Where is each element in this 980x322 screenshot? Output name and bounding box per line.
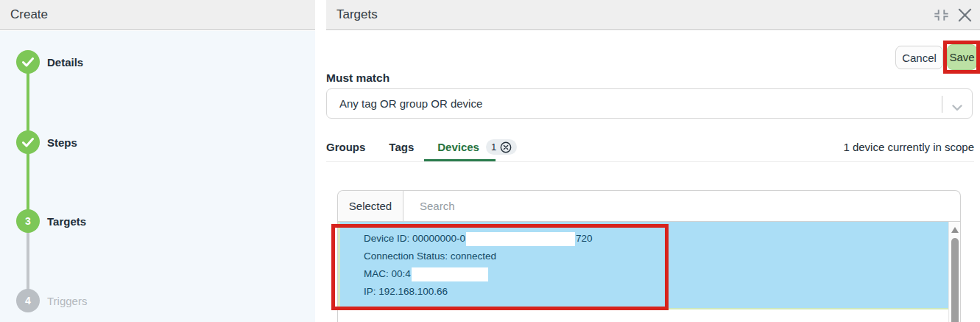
sidebar-step-triggers: Triggers: [47, 293, 87, 308]
match-rule-value: Any tag OR group OR device: [339, 97, 482, 110]
device-list: Device ID: 00000000-0720 Connection Stat…: [338, 222, 960, 322]
sidebar-step-details[interactable]: Details: [47, 55, 83, 69]
sidebar-step-steps[interactable]: Steps: [47, 135, 77, 150]
match-rule-select[interactable]: Any tag OR group OR device: [326, 88, 973, 119]
tabs-divider: [326, 161, 974, 162]
tab-devices-label: Devices: [437, 141, 479, 153]
redaction-box: [412, 267, 488, 281]
select-divider: [942, 96, 942, 113]
device-mac-line: MAC: 00:4: [364, 265, 948, 283]
save-button[interactable]: Save: [947, 44, 977, 70]
step-steps-check-icon[interactable]: [16, 130, 40, 154]
device-connection-line: Connection Status: connected: [364, 248, 948, 265]
scope-summary: 1 device currently in scope: [753, 141, 974, 153]
scope-tabs: Groups Tags Devices 1: [326, 139, 517, 155]
selected-tab[interactable]: Selected: [338, 191, 403, 221]
tab-groups[interactable]: Groups: [326, 141, 365, 153]
tab-devices[interactable]: Devices 1: [437, 139, 517, 155]
device-search-input[interactable]: [403, 191, 960, 221]
collapse-icon[interactable]: [934, 9, 948, 21]
tab-tags[interactable]: Tags: [389, 141, 414, 153]
device-ip-line: IP: 192.168.100.66: [364, 283, 948, 301]
must-match-label: Must match: [326, 71, 389, 85]
selected-device-row[interactable]: Device ID: 00000000-0720 Connection Stat…: [338, 222, 948, 309]
devices-count-badge[interactable]: 1: [486, 139, 517, 155]
device-list-scrollbar[interactable]: [948, 222, 960, 322]
clear-devices-icon[interactable]: [500, 141, 512, 153]
step-triggers-number: 4: [16, 289, 40, 312]
wizard-stepper: Details Steps 3 Targets 4 Triggers: [0, 31, 315, 322]
cancel-button[interactable]: Cancel: [895, 46, 943, 69]
targets-panel-header: Targets: [326, 0, 980, 30]
step-details-check-icon[interactable]: [16, 50, 40, 74]
targets-panel-title: Targets: [336, 7, 378, 22]
step-targets-number[interactable]: 3: [16, 209, 40, 233]
close-icon[interactable]: [957, 7, 973, 23]
chevron-down-icon[interactable]: [952, 101, 962, 113]
scrollbar-thumb[interactable]: [951, 238, 959, 322]
device-card-header: Selected: [338, 191, 960, 222]
device-selection-card: Selected Device ID: 00000000-0720 Connec…: [337, 190, 961, 322]
sidebar-step-targets[interactable]: Targets: [47, 214, 86, 228]
redaction-box: [466, 232, 575, 246]
devices-count: 1: [491, 141, 496, 153]
device-id-line: Device ID: 00000000-0720: [364, 230, 948, 248]
scroll-up-arrow-icon[interactable]: [951, 227, 959, 233]
create-panel-title: Create: [10, 7, 48, 22]
create-panel-header: Create: [0, 0, 315, 30]
